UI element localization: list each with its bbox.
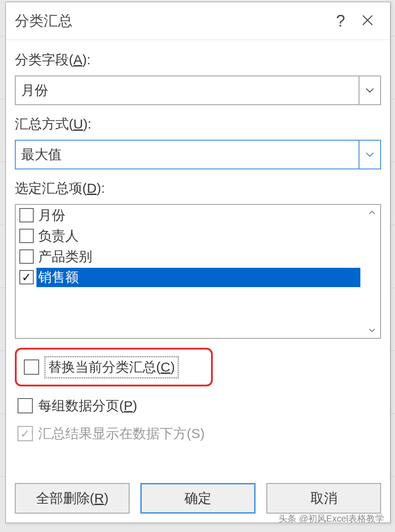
- pagebreak-checkbox-row[interactable]: 每组数据分页(P): [15, 395, 381, 417]
- checkbox[interactable]: [19, 270, 34, 284]
- checkbox[interactable]: [19, 208, 34, 222]
- subtotal-dialog: 分类汇总 ? 分类字段(A): 月份 汇总方式(U): 最大值 选定汇总项(D)…: [5, 2, 391, 523]
- remove-all-button[interactable]: 全部删除(R): [15, 483, 130, 514]
- checkbox[interactable]: [19, 249, 34, 264]
- pagebreak-label: 每组数据分页(P): [38, 397, 137, 415]
- chevron-down-icon[interactable]: [368, 326, 376, 334]
- ok-button[interactable]: 确定: [140, 483, 256, 514]
- groupby-label: 分类字段(A):: [15, 51, 381, 69]
- cancel-button[interactable]: 取消: [266, 483, 381, 514]
- list-item[interactable]: 产品类别: [16, 246, 364, 267]
- list-item[interactable]: 销售额: [16, 267, 364, 288]
- button-row: 全部删除(R) 确定 取消: [15, 483, 381, 514]
- scrollbar[interactable]: [364, 205, 380, 338]
- checkbox[interactable]: [24, 359, 39, 375]
- below-label: 汇总结果显示在数据下方(S): [38, 425, 205, 443]
- chevron-down-icon: [359, 141, 380, 168]
- function-value: 最大值: [21, 146, 359, 164]
- close-button[interactable]: [354, 14, 381, 28]
- checkbox: [18, 426, 33, 441]
- items-label: 选定汇总项(D):: [15, 179, 381, 198]
- checkbox[interactable]: [18, 398, 33, 413]
- list-item-label: 月份: [36, 206, 67, 225]
- list-item-label: 销售额: [36, 268, 360, 287]
- groupby-value: 月份: [21, 81, 359, 100]
- function-label: 汇总方式(U):: [15, 115, 381, 133]
- function-combo[interactable]: 最大值: [15, 140, 381, 169]
- groupby-combo[interactable]: 月份: [15, 75, 381, 105]
- list-item-label: 负责人: [36, 226, 81, 246]
- list-item[interactable]: 月份: [16, 205, 364, 226]
- close-icon: [361, 14, 374, 27]
- replace-label: 替换当前分类汇总(C): [45, 356, 179, 378]
- replace-checkbox-row[interactable]: 替换当前分类汇总(C): [21, 356, 206, 378]
- list-item-label: 产品类别: [36, 247, 94, 266]
- annotation-highlight: 替换当前分类汇总(C): [15, 348, 213, 386]
- listbox-content: 月份 负责人 产品类别 销售额: [16, 205, 364, 338]
- items-listbox[interactable]: 月份 负责人 产品类别 销售额: [15, 204, 381, 339]
- checkbox[interactable]: [19, 229, 34, 243]
- chevron-down-icon: [359, 76, 380, 104]
- dialog-body: 分类字段(A): 月份 汇总方式(U): 最大值 选定汇总项(D): 月份: [6, 40, 390, 459]
- list-item[interactable]: 负责人: [16, 226, 364, 246]
- watermark: 头条 @初风Excel表格教学: [278, 513, 384, 525]
- titlebar: 分类汇总 ?: [6, 2, 390, 40]
- below-checkbox-row: 汇总结果显示在数据下方(S): [15, 422, 381, 445]
- dialog-title: 分类汇总: [15, 11, 327, 31]
- help-button[interactable]: ?: [327, 12, 354, 31]
- chevron-up-icon[interactable]: [368, 208, 376, 217]
